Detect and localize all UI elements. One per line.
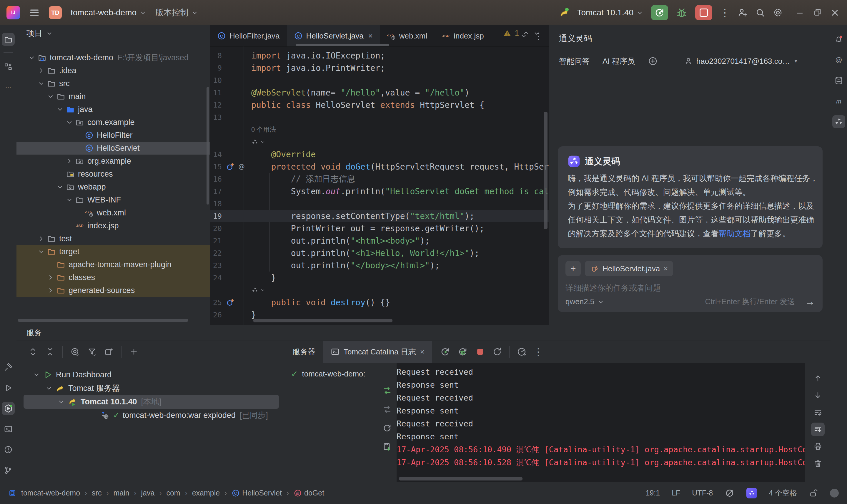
scroll-down-button[interactable]: [811, 389, 825, 402]
tab-servers[interactable]: 服务器: [285, 341, 323, 363]
tab-smart-qa[interactable]: 智能问答: [559, 56, 590, 67]
deploy-icon[interactable]: [382, 442, 392, 452]
chevron-down-icon[interactable]: [66, 196, 73, 203]
project-switcher[interactable]: tomcat-web-demo: [71, 8, 146, 17]
editor-area[interactable]: C HelloFilter.java C HelloServlet.java ×…: [210, 25, 549, 325]
tree-item[interactable]: org.example: [16, 155, 210, 167]
gutter-override-icon[interactable]: [226, 162, 235, 171]
breadcrumb-item[interactable]: java: [141, 489, 155, 497]
scroll-to-end-button[interactable]: [811, 422, 825, 436]
rerun-icon[interactable]: [440, 346, 450, 357]
chevron-down-icon[interactable]: [66, 119, 73, 126]
stripe-services-icon[interactable]: [2, 402, 15, 415]
tab-close-icon[interactable]: ×: [420, 347, 425, 357]
chevron-down-icon[interactable]: [28, 54, 35, 61]
breadcrumb-item[interactable]: com: [166, 489, 180, 497]
add-user-icon[interactable]: [738, 7, 747, 18]
tree-item[interactable]: classes: [16, 271, 210, 284]
stripe-structure-icon[interactable]: [2, 60, 15, 73]
inlay-ai-actions[interactable]: [210, 136, 549, 148]
open-in-new-tab-icon[interactable]: [104, 347, 114, 357]
tongyi-status-icon[interactable]: [746, 488, 757, 499]
restart-icon[interactable]: [492, 347, 502, 357]
print-button[interactable]: [811, 439, 825, 453]
chip-close-icon[interactable]: ×: [663, 264, 668, 273]
stripe-project-icon[interactable]: [2, 33, 15, 46]
breadcrumb-item[interactable]: tomcat-web-demo: [21, 489, 80, 497]
account-selector[interactable]: hao2302701417@163.co… ▼: [684, 57, 798, 66]
tree-item[interactable]: webapp: [16, 180, 210, 193]
gutter-at-icon[interactable]: @: [237, 162, 246, 171]
inlay-usages[interactable]: 0 个用法: [210, 123, 549, 136]
stripe-build-icon[interactable]: [2, 361, 15, 374]
next-problem-icon[interactable]: [533, 30, 540, 37]
tree-item[interactable]: generated-sources: [16, 284, 210, 297]
stop-icon[interactable]: [475, 347, 485, 357]
debug-button[interactable]: [676, 7, 688, 19]
breadcrumb-item[interactable]: src: [92, 489, 102, 497]
editor-horizontal-scrollbar[interactable]: [253, 319, 393, 322]
window-maximize-button[interactable]: [812, 7, 822, 18]
tree-item[interactable]: C HelloFilter: [16, 129, 210, 142]
tree-item[interactable]: test: [16, 232, 210, 245]
rerun-button[interactable]: [651, 5, 668, 20]
window-minimize-button[interactable]: [795, 7, 805, 18]
gutter-override-icon[interactable]: [226, 298, 235, 307]
tree-item[interactable]: .idea: [16, 64, 210, 77]
collapse-all-icon[interactable]: [45, 347, 55, 357]
chevron-right-icon[interactable]: [38, 67, 45, 74]
gutter-icons[interactable]: @: [226, 162, 246, 171]
tree-item[interactable]: C HelloServlet: [16, 142, 210, 155]
gutter-icons[interactable]: [226, 298, 235, 307]
dashboard-icon[interactable]: [517, 347, 526, 357]
tree-item[interactable]: apache-tomcat-maven-plugin: [16, 258, 210, 271]
rerun-debug-icon[interactable]: [457, 346, 468, 357]
prev-problem-icon[interactable]: [522, 30, 530, 37]
chevron-right-icon[interactable]: [66, 158, 73, 165]
editor-vertical-scrollbar[interactable]: [544, 112, 548, 229]
stripe-git-icon[interactable]: [2, 464, 15, 477]
add-context-button[interactable]: +: [566, 261, 581, 276]
stripe-tongyi-icon[interactable]: [832, 115, 845, 128]
chevron-down-icon[interactable]: [38, 80, 45, 87]
editor-tab[interactable]: JSP index.jsp: [434, 25, 491, 47]
chevron-down-icon[interactable]: [47, 93, 54, 100]
hamburger-menu-icon[interactable]: [29, 7, 40, 18]
breadcrumb-item[interactable]: example: [192, 489, 220, 497]
tree-item[interactable]: com.example: [16, 116, 210, 129]
file-encoding[interactable]: UTF-8: [692, 489, 713, 497]
project-vertical-scrollbar[interactable]: [207, 87, 209, 204]
settings-gear-icon[interactable]: [773, 7, 783, 18]
chevron-down-icon[interactable]: [33, 371, 40, 378]
ai-prompt-placeholder[interactable]: 详细描述你的任务或者问题: [566, 283, 815, 293]
add-service-icon[interactable]: [129, 347, 138, 356]
ai-inlay-icon[interactable]: [251, 287, 258, 293]
stripe-database-icon[interactable]: [832, 74, 845, 87]
inspections-widget[interactable]: 1: [503, 29, 540, 37]
help-doc-link[interactable]: 帮助文档: [719, 229, 750, 238]
scroll-to-source-icon[interactable]: [70, 347, 80, 357]
run-tree-item[interactable]: Tomcat 10.1.40 [本地]: [16, 395, 285, 409]
ai-inlay-icon[interactable]: [251, 139, 258, 145]
search-icon[interactable]: [755, 7, 765, 18]
editor-tab[interactable]: C HelloServlet.java ×: [287, 25, 380, 47]
soft-wrap-button[interactable]: [811, 406, 825, 419]
refresh-icon[interactable]: [382, 423, 392, 433]
ai-input-card[interactable]: + HelloServlet.java × 详细描述你的任务或者问题 qwen2…: [558, 255, 823, 312]
scroll-up-button[interactable]: [811, 372, 825, 385]
chevron-right-icon[interactable]: [47, 274, 54, 281]
run-tree-item[interactable]: Tomcat 服务器: [16, 381, 285, 395]
context-file-chip[interactable]: HelloServlet.java ×: [585, 261, 673, 276]
tree-item[interactable]: resources: [16, 167, 210, 180]
chevron-right-icon[interactable]: [38, 235, 45, 242]
inlay-ai-actions[interactable]: [210, 284, 549, 296]
tree-item[interactable]: src: [16, 77, 210, 90]
tree-item[interactable]: tomcat-web-demo E:\开发项目\javased: [16, 51, 210, 64]
stripe-maven-icon[interactable]: m: [832, 95, 845, 108]
tab-close-icon[interactable]: ×: [368, 32, 373, 40]
chevron-down-icon[interactable]: [58, 398, 65, 405]
stripe-ai-chat-icon[interactable]: @: [832, 53, 845, 67]
caret-position[interactable]: 19:1: [645, 489, 660, 497]
tree-item[interactable]: java: [16, 103, 210, 116]
clear-console-button[interactable]: [811, 457, 825, 470]
